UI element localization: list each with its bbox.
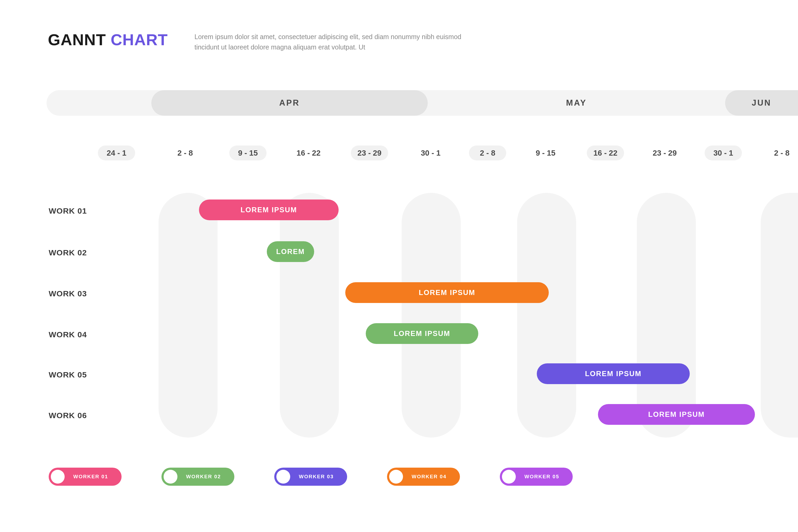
week-label: 2 - 8 <box>458 142 517 164</box>
legend: WORKER 01WORKER 02WORKER 03WORKER 04WORK… <box>49 468 573 486</box>
gantt-bar-work-06[interactable]: LOREM IPSUM <box>598 404 755 425</box>
gantt-bar-work-04[interactable]: LOREM IPSUM <box>366 323 478 344</box>
header: GANNT CHART Lorem ipsum dolor sit amet, … <box>48 31 487 52</box>
month-bar: APRMAYJUN <box>46 90 798 116</box>
week-label: 30 - 1 <box>401 142 460 164</box>
week-label: 30 - 1 <box>694 142 753 164</box>
column-background <box>402 193 461 438</box>
row-label: WORK 06 <box>49 411 87 420</box>
page-title: GANNT CHART <box>48 31 168 49</box>
page-subtitle: Lorem ipsum dolor sit amet, consectetuer… <box>194 32 487 52</box>
row-label: WORK 03 <box>49 289 87 298</box>
title-word-2: CHART <box>111 31 168 49</box>
week-label: 2 - 8 <box>156 142 215 164</box>
gantt-bar-label: LOREM IPSUM <box>419 289 475 297</box>
gantt-bar-label: LOREM IPSUM <box>241 206 297 214</box>
legend-toggle-dot <box>389 470 403 483</box>
week-axis: 24 - 12 - 89 - 1516 - 2223 - 2930 - 12 -… <box>0 142 798 164</box>
legend-toggle-dot <box>502 470 516 483</box>
legend-item-worker-01[interactable]: WORKER 01 <box>49 468 121 486</box>
column-background <box>280 193 339 438</box>
legend-toggle-dot <box>277 470 290 483</box>
week-label: 2 - 8 <box>752 142 798 164</box>
gantt-bar-label: LOREM <box>276 248 305 255</box>
month-label: MAY <box>566 98 587 108</box>
month-label: APR <box>279 98 300 108</box>
column-background <box>637 193 696 438</box>
legend-item-worker-03[interactable]: WORKER 03 <box>274 468 347 486</box>
gantt-bar-label: LOREM IPSUM <box>648 411 705 418</box>
gantt-bar-label: LOREM IPSUM <box>394 329 450 338</box>
week-label: 9 - 15 <box>516 142 575 164</box>
gantt-bar-work-02[interactable]: LOREM <box>267 241 314 262</box>
week-label: 16 - 22 <box>279 142 338 164</box>
legend-toggle-dot <box>51 470 65 483</box>
row-label: WORK 05 <box>49 370 87 379</box>
gantt-area: WORK 01WORK 02WORK 03WORK 04WORK 05WORK … <box>0 193 798 438</box>
column-background <box>517 193 576 438</box>
gantt-bar-work-01[interactable]: LOREM IPSUM <box>199 200 339 220</box>
month-pill-apr: APR <box>151 90 428 116</box>
month-label: JUN <box>752 98 772 108</box>
row-label: WORK 01 <box>49 206 87 215</box>
gantt-bar-work-03[interactable]: LOREM IPSUM <box>345 282 549 303</box>
row-label: WORK 04 <box>49 330 87 339</box>
legend-toggle-dot <box>164 470 177 483</box>
week-label: 9 - 15 <box>218 142 278 164</box>
row-label: WORK 02 <box>49 248 87 257</box>
legend-item-worker-02[interactable]: WORKER 02 <box>162 468 234 486</box>
week-label: 23 - 29 <box>340 142 399 164</box>
gantt-bar-label: LOREM IPSUM <box>585 370 642 378</box>
column-background <box>158 193 217 438</box>
week-label: 16 - 22 <box>576 142 635 164</box>
legend-item-worker-04[interactable]: WORKER 04 <box>387 468 460 486</box>
month-pill-jun: JUN <box>725 90 798 116</box>
week-label: 24 - 1 <box>87 142 146 164</box>
title-word-1: GANNT <box>48 31 106 49</box>
gantt-bar-work-05[interactable]: LOREM IPSUM <box>537 363 690 384</box>
month-pill-may: MAY <box>428 90 725 116</box>
legend-item-worker-05[interactable]: WORKER 05 <box>500 468 573 486</box>
column-background-partial <box>761 193 798 438</box>
week-label: 23 - 29 <box>635 142 694 164</box>
